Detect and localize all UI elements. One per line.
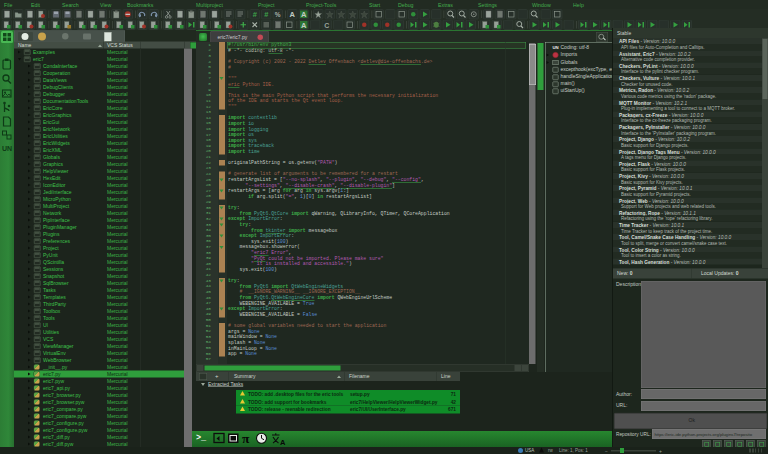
svg-text:UN: UN (2, 145, 12, 152)
svg-text:A: A (290, 10, 296, 19)
svg-text:A: A (280, 438, 286, 447)
svg-text:A: A (301, 21, 307, 30)
svg-text:%: % (275, 11, 281, 18)
svg-text:C: C (324, 22, 329, 29)
svg-text:π: π (242, 432, 250, 446)
svg-text:A: A (301, 10, 307, 19)
